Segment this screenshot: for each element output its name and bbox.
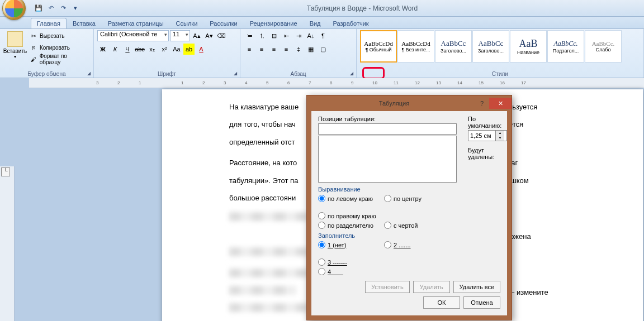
cut-button[interactable]: ✂Вырезать bbox=[28, 30, 90, 41]
tab-developer[interactable]: Разработчик bbox=[327, 18, 375, 28]
numbering-icon[interactable]: ⒈ bbox=[256, 30, 267, 41]
group-clipboard-title: Буфер обмена bbox=[3, 70, 90, 78]
default-label: По умолчанию: bbox=[468, 116, 507, 129]
set-button[interactable]: Установить bbox=[365, 281, 410, 293]
align-decimal-radio[interactable]: по разделителю bbox=[318, 222, 374, 229]
align-bar-radio[interactable]: с чертой bbox=[384, 222, 440, 229]
dialog-titlebar[interactable]: Табуляция ? ✕ bbox=[307, 95, 512, 111]
clear-all-button[interactable]: Удалить все bbox=[453, 281, 500, 293]
help-icon[interactable]: ? bbox=[475, 100, 489, 107]
default-tab-input[interactable] bbox=[468, 132, 495, 139]
scissors-icon: ✂ bbox=[30, 32, 37, 40]
leader-4-radio[interactable]: 4 ___ bbox=[318, 268, 374, 275]
style-nospacing[interactable]: AaBbCcDd¶ Без инте... bbox=[397, 30, 434, 63]
brush-icon: 🖌 bbox=[30, 55, 37, 63]
leader-section-title: Заполнитель bbox=[318, 232, 500, 239]
leader-3-radio[interactable]: 3 ------- bbox=[318, 258, 374, 266]
style-subtle[interactable]: AaBbCc.Слабо bbox=[585, 30, 622, 63]
quick-access-toolbar: 💾 ↶ ↷ ▾ bbox=[34, 3, 80, 13]
spin-up-icon[interactable]: ▲ bbox=[495, 131, 504, 136]
align-left-radio[interactable]: по левому краю bbox=[318, 195, 374, 202]
alignment-section-title: Выравнивание bbox=[318, 186, 500, 193]
shading-icon[interactable]: ▦ bbox=[305, 44, 316, 55]
save-icon[interactable]: 💾 bbox=[34, 3, 44, 13]
cancel-button[interactable]: Отмена bbox=[463, 296, 500, 309]
align-left-icon[interactable]: ≡ bbox=[244, 44, 255, 55]
tutorial-highlight bbox=[362, 67, 385, 79]
group-paragraph: ≔ ⒈ ⊟ ⇤ ⇥ A↓ ¶ ≡ ≡ ≡ ≡ ‡ ▦ ▢ Абзац ◢ bbox=[240, 29, 357, 78]
multilevel-icon[interactable]: ⊟ bbox=[268, 30, 280, 41]
deleted-label: Будут удалены: bbox=[468, 147, 507, 160]
show-marks-icon[interactable]: ¶ bbox=[318, 30, 329, 41]
tab-references[interactable]: Ссылки bbox=[170, 18, 204, 28]
undo-icon[interactable]: ↶ bbox=[46, 3, 56, 13]
shrink-font-icon[interactable]: A▾ bbox=[203, 30, 215, 41]
superscript-icon[interactable]: x² bbox=[159, 44, 170, 55]
default-tab-spinner[interactable]: ▲▼ bbox=[468, 130, 507, 141]
align-center-icon[interactable]: ≡ bbox=[256, 44, 267, 55]
justify-icon[interactable]: ≡ bbox=[281, 44, 292, 55]
clear-button[interactable]: Удалить bbox=[413, 281, 450, 293]
clear-format-icon[interactable]: ⌫ bbox=[216, 30, 227, 41]
paste-dropdown-icon[interactable]: ▾ bbox=[14, 54, 16, 59]
leader-1-radio[interactable]: 1 (нет) bbox=[318, 241, 374, 248]
font-launcher[interactable]: ◢ bbox=[232, 70, 239, 76]
ok-button[interactable]: ОК bbox=[423, 296, 460, 309]
paste-button[interactable]: Вставить ▾ bbox=[3, 30, 27, 67]
style-heading1[interactable]: AaBbCcЗаголово... bbox=[435, 30, 472, 63]
align-right-radio[interactable]: по правому краю bbox=[318, 212, 376, 219]
align-center-radio[interactable]: по центру bbox=[384, 195, 440, 202]
bullets-icon[interactable]: ≔ bbox=[244, 30, 255, 41]
borders-icon[interactable]: ▢ bbox=[318, 44, 329, 55]
highlight-icon[interactable]: ab bbox=[183, 44, 195, 55]
title-bar: 💾 ↶ ↷ ▾ Табуляция в Ворде - Microsoft Wo… bbox=[0, 0, 644, 17]
redo-icon[interactable]: ↷ bbox=[58, 3, 68, 13]
tab-home[interactable]: Главная bbox=[31, 18, 67, 28]
indent-dec-icon[interactable]: ⇤ bbox=[281, 30, 292, 41]
tab-position-input[interactable] bbox=[318, 123, 457, 135]
align-right-icon[interactable]: ≡ bbox=[268, 44, 280, 55]
bold-icon[interactable]: Ж bbox=[97, 44, 108, 55]
ribbon-tabs: Главная Вставка Разметка страницы Ссылки… bbox=[0, 17, 644, 29]
sort-icon[interactable]: A↓ bbox=[305, 30, 316, 41]
strike-icon[interactable]: abc bbox=[134, 44, 145, 55]
qat-dropdown-icon[interactable]: ▾ bbox=[70, 3, 80, 13]
change-case-icon[interactable]: Aa bbox=[171, 44, 182, 55]
style-normal[interactable]: AaBbCcDd¶ Обычный bbox=[360, 30, 397, 63]
clipboard-launcher[interactable]: ◢ bbox=[86, 70, 92, 76]
tab-mailings[interactable]: Рассылки bbox=[203, 18, 243, 28]
tab-selector[interactable]: └ bbox=[1, 167, 10, 176]
paste-label: Вставить bbox=[3, 48, 27, 54]
leader-2-radio[interactable]: 2 ....... bbox=[384, 241, 440, 248]
paragraph-launcher[interactable]: ◢ bbox=[348, 70, 355, 76]
horizontal-ruler[interactable]: 3211234567891011121314151617 bbox=[29, 78, 644, 88]
format-painter-button[interactable]: 🖌Формат по образцу bbox=[28, 54, 90, 65]
group-paragraph-title: Абзац bbox=[244, 70, 353, 78]
group-styles-title: Стили bbox=[360, 70, 640, 78]
vertical-ruler[interactable]: └ bbox=[0, 166, 15, 321]
indent-inc-icon[interactable]: ⇥ bbox=[293, 30, 304, 41]
font-color-icon[interactable]: A bbox=[196, 44, 207, 55]
close-icon[interactable]: ✕ bbox=[489, 98, 512, 109]
tab-review[interactable]: Рецензирование bbox=[244, 18, 304, 28]
copy-button[interactable]: ⎘Копировать bbox=[28, 42, 90, 53]
italic-icon[interactable]: К bbox=[110, 44, 121, 55]
style-heading2[interactable]: AaBbCcЗаголово... bbox=[472, 30, 509, 63]
font-name-combo[interactable]: Calibri (Основной те bbox=[97, 30, 169, 41]
paste-icon bbox=[7, 31, 23, 47]
tab-view[interactable]: Вид bbox=[304, 18, 327, 28]
underline-icon[interactable]: Ч bbox=[122, 44, 133, 55]
style-subtitle[interactable]: AaBbCc.Подзагол... bbox=[547, 30, 584, 63]
grow-font-icon[interactable]: A▴ bbox=[191, 30, 202, 41]
line-spacing-icon[interactable]: ‡ bbox=[293, 44, 304, 55]
tab-positions-label: Позиции табуляции: bbox=[318, 116, 457, 122]
tab-layout[interactable]: Разметка страницы bbox=[102, 18, 170, 28]
style-title[interactable]: AaBНазвание bbox=[510, 30, 547, 63]
subscript-icon[interactable]: x₂ bbox=[146, 44, 158, 55]
spin-down-icon[interactable]: ▼ bbox=[495, 136, 504, 141]
tab-insert[interactable]: Вставка bbox=[67, 18, 102, 28]
ribbon: Вставить ▾ ✂Вырезать ⎘Копировать 🖌Формат… bbox=[0, 29, 644, 78]
tab-positions-list[interactable] bbox=[318, 136, 457, 183]
font-size-combo[interactable]: 11 bbox=[170, 30, 190, 41]
watermark: FREE-OFFICE.NET bbox=[565, 309, 638, 318]
